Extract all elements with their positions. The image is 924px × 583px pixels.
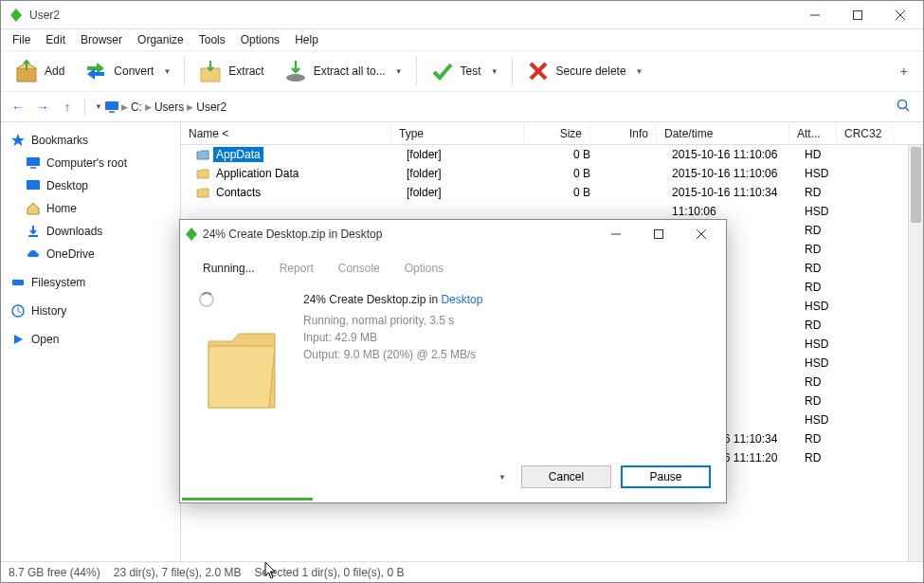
scrollbar-thumb[interactable] [911, 147, 921, 223]
monitor-icon [26, 155, 41, 171]
forward-button[interactable]: → [31, 96, 54, 118]
file-date: 2015-10-16 11:10:06 [664, 167, 797, 180]
chevron-down-icon[interactable]: ▼ [498, 473, 506, 482]
dialog-heading-link[interactable]: Desktop [441, 293, 482, 306]
file-attr: HSD [797, 413, 844, 427]
sidebar-label: OneDrive [46, 247, 95, 261]
file-attr: HSD [797, 167, 844, 180]
extract-all-icon [283, 59, 308, 83]
breadcrumb[interactable]: ▶ C: ▶ Users ▶ User2 [121, 100, 226, 114]
extract-label: Extract [228, 64, 263, 78]
maximize-button[interactable] [836, 1, 879, 28]
menu-organize[interactable]: Organize [130, 31, 191, 48]
sidebar-item-desktop[interactable]: Desktop [5, 175, 176, 196]
chevron-down-icon: ▼ [163, 67, 171, 76]
statusbar: 8.7 GB free (44%) 23 dir(s), 7 file(s), … [1, 561, 923, 582]
col-type[interactable]: Type [391, 124, 524, 143]
sidebar-item-open[interactable]: Open [5, 329, 176, 350]
file-row[interactable]: Application Data [folder] 0 B 2015-10-16… [181, 164, 923, 183]
sidebar-item-onedrive[interactable]: OneDrive [5, 244, 176, 264]
col-attr[interactable]: Att... [789, 124, 837, 143]
up-button[interactable]: ↑ [56, 96, 79, 118]
sidebar-label: Filesystem [31, 276, 85, 289]
sidebar-item-computers-root[interactable]: Computer's root [5, 153, 176, 173]
test-label: Test [461, 64, 481, 78]
addr-separator [84, 98, 85, 117]
check-icon [430, 59, 455, 83]
convert-label: Convert [114, 64, 154, 78]
file-type: [folder] [399, 148, 532, 161]
sidebar-item-home[interactable]: Home [5, 198, 176, 219]
tab-console[interactable]: Console [335, 256, 384, 281]
menu-tools[interactable]: Tools [191, 31, 233, 48]
file-name: Contacts [213, 185, 263, 200]
cloud-icon [26, 246, 41, 262]
test-button[interactable]: Test ▼ [423, 55, 506, 87]
breadcrumb-item[interactable]: Users [154, 100, 184, 114]
toolbar-plus[interactable]: + [900, 64, 917, 79]
file-row[interactable]: AppData [folder] 0 B 2015-10-16 11:10:06… [181, 145, 923, 164]
window-title: User2 [29, 9, 793, 22]
back-button[interactable]: ← [7, 96, 29, 118]
sidebar-item-filesystem[interactable]: Filesystem [5, 272, 176, 293]
col-crc[interactable]: CRC32 [837, 124, 894, 143]
menu-edit[interactable]: Edit [38, 31, 73, 48]
minimize-button[interactable] [793, 1, 836, 28]
toolbar-separator [184, 57, 185, 85]
dialog-minimize-button[interactable] [594, 221, 637, 247]
pause-button[interactable]: Pause [621, 465, 711, 488]
desktop-icon [26, 178, 41, 193]
file-row[interactable]: Contacts [folder] 0 B 2015-10-16 11:10:3… [181, 183, 923, 202]
file-row[interactable]: 11:10:06 HSD [181, 202, 923, 221]
cancel-button[interactable]: Cancel [521, 465, 611, 488]
folder-icon [196, 167, 209, 180]
menu-file[interactable]: File [5, 31, 38, 48]
scrollbar[interactable] [908, 145, 923, 561]
svg-rect-15 [27, 180, 40, 190]
dialog-close-button[interactable] [679, 221, 722, 247]
svg-rect-17 [12, 280, 24, 285]
file-type: [folder] [399, 167, 532, 180]
sidebar-item-bookmarks[interactable]: Bookmarks [5, 130, 176, 151]
file-attr: RD [797, 432, 844, 446]
tab-options[interactable]: Options [401, 256, 447, 281]
sidebar-item-downloads[interactable]: Downloads [5, 221, 176, 242]
extract-all-button[interactable]: Extract all to... ▼ [276, 55, 410, 87]
chevron-down-icon: ▼ [395, 67, 403, 76]
extract-button[interactable]: Extract [190, 55, 271, 87]
file-size: 0 B [532, 148, 598, 161]
col-size[interactable]: Size [524, 124, 590, 143]
add-button[interactable]: Add [7, 55, 72, 87]
x-delete-icon [526, 59, 551, 83]
breadcrumb-item[interactable]: C: [131, 100, 142, 114]
sidebar-item-history[interactable]: History [5, 301, 176, 321]
dialog-body: 24% Create Desktop.zip in Desktop Runnin… [180, 281, 726, 456]
chevron-down-icon[interactable]: ▼ [95, 102, 102, 111]
dialog-maximize-button[interactable] [637, 221, 679, 247]
sidebar-label: Open [31, 333, 59, 346]
box-add-icon [14, 59, 39, 83]
pause-label: Pause [649, 470, 681, 483]
menu-options[interactable]: Options [233, 31, 287, 48]
tab-report[interactable]: Report [276, 256, 317, 281]
col-info[interactable]: Info [590, 124, 657, 143]
spinner-icon [199, 292, 214, 307]
breadcrumb-sep-icon: ▶ [121, 102, 128, 112]
titlebar: User2 [1, 1, 923, 29]
file-attr: RD [797, 262, 844, 275]
chevron-down-icon: ▼ [636, 67, 643, 76]
col-date[interactable]: Date/time [657, 124, 789, 143]
col-name[interactable]: Name < [181, 124, 391, 143]
menu-help[interactable]: Help [287, 31, 326, 48]
status-selected: Selected 1 dir(s), 0 file(s), 0 B [254, 566, 404, 579]
search-icon[interactable] [897, 99, 917, 115]
add-label: Add [45, 64, 64, 78]
file-attr: RD [797, 186, 844, 199]
secure-delete-button[interactable]: Secure delete ▼ [518, 55, 651, 87]
close-button[interactable] [879, 1, 921, 28]
breadcrumb-item[interactable]: User2 [196, 100, 226, 114]
sidebar-label: Computer's root [46, 156, 127, 170]
menu-browser[interactable]: Browser [73, 31, 130, 48]
tab-running[interactable]: Running... [199, 256, 259, 281]
convert-button[interactable]: Convert ▼ [76, 55, 178, 87]
